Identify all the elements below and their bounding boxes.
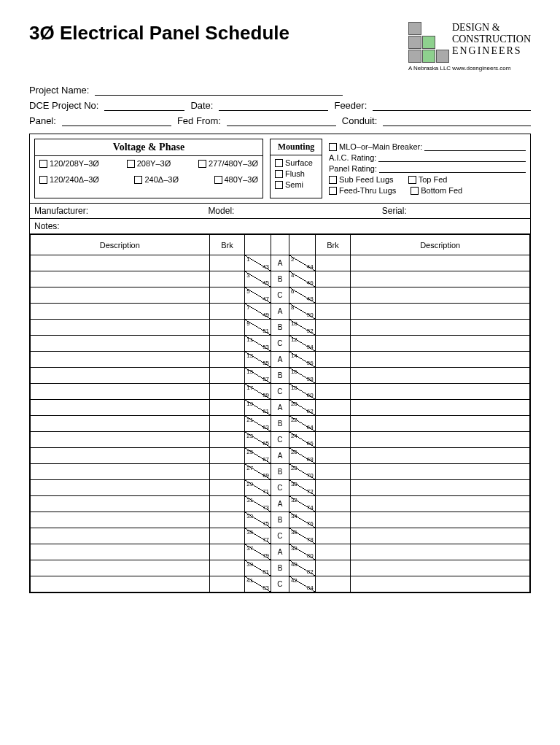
desc-cell-r[interactable] — [351, 271, 530, 287]
mt-opt-2[interactable]: Semi — [275, 180, 317, 189]
desc-cell-r[interactable] — [351, 448, 530, 464]
mlo-input[interactable] — [424, 142, 526, 151]
brk-cell-r[interactable] — [315, 416, 351, 432]
mt-opt-1[interactable]: Flush — [275, 169, 317, 178]
brk-cell-l[interactable] — [209, 416, 245, 432]
desc-cell-l[interactable] — [31, 576, 210, 592]
desc-cell-l[interactable] — [31, 560, 210, 576]
brk-cell-l[interactable] — [209, 320, 245, 336]
desc-cell-r[interactable] — [351, 528, 530, 544]
desc-cell-r[interactable] — [351, 560, 530, 576]
brk-cell-r[interactable] — [315, 480, 351, 496]
ro-cb-2[interactable]: Feed-Thru Lugs — [329, 186, 396, 195]
brk-cell-r[interactable] — [315, 384, 351, 400]
brk-cell-r[interactable] — [315, 496, 351, 512]
desc-cell-r[interactable] — [351, 480, 530, 496]
brk-cell-r[interactable] — [315, 255, 351, 271]
desc-cell-l[interactable] — [31, 480, 210, 496]
desc-cell-r[interactable] — [351, 287, 530, 304]
brk-cell-r[interactable] — [315, 576, 351, 592]
brk-cell-r[interactable] — [315, 512, 351, 528]
desc-cell-r[interactable] — [351, 416, 530, 432]
desc-cell-l[interactable] — [31, 287, 210, 304]
brk-cell-r[interactable] — [315, 304, 351, 320]
desc-cell-l[interactable] — [31, 368, 210, 384]
conduit-input[interactable] — [383, 115, 531, 126]
brk-cell-l[interactable] — [209, 255, 245, 271]
desc-cell-l[interactable] — [31, 512, 210, 528]
desc-cell-l[interactable] — [31, 544, 210, 560]
desc-cell-r[interactable] — [351, 320, 530, 336]
feeder-input[interactable] — [373, 100, 531, 111]
brk-cell-l[interactable] — [209, 496, 245, 512]
pr-input[interactable] — [379, 164, 526, 173]
desc-cell-l[interactable] — [31, 255, 210, 271]
ro-cb-0[interactable]: Sub Feed Lugs — [329, 175, 394, 184]
desc-cell-r[interactable] — [351, 464, 530, 480]
vp-opt-3[interactable]: 120/240Δ–3Ø — [39, 175, 99, 184]
desc-cell-r[interactable] — [351, 352, 530, 368]
brk-cell-r[interactable] — [315, 320, 351, 336]
vp-opt-5[interactable]: 480Y–3Ø — [214, 175, 258, 184]
brk-cell-l[interactable] — [209, 287, 245, 304]
desc-cell-r[interactable] — [351, 400, 530, 416]
desc-cell-l[interactable] — [31, 528, 210, 544]
brk-cell-r[interactable] — [315, 336, 351, 352]
brk-cell-r[interactable] — [315, 544, 351, 560]
brk-cell-l[interactable] — [209, 368, 245, 384]
desc-cell-r[interactable] — [351, 576, 530, 592]
desc-cell-l[interactable] — [31, 352, 210, 368]
desc-cell-l[interactable] — [31, 320, 210, 336]
ro-cb-3[interactable]: Bottom Fed — [411, 186, 462, 195]
ro-cb-1[interactable]: Top Fed — [408, 175, 448, 184]
fed-from-input[interactable] — [227, 115, 336, 126]
desc-cell-l[interactable] — [31, 496, 210, 512]
vp-opt-2[interactable]: 277/480Y–3Ø — [198, 159, 258, 168]
vp-opt-0[interactable]: 120/208Y–3Ø — [39, 159, 99, 168]
brk-cell-l[interactable] — [209, 400, 245, 416]
desc-cell-l[interactable] — [31, 400, 210, 416]
desc-cell-r[interactable] — [351, 384, 530, 400]
brk-cell-l[interactable] — [209, 352, 245, 368]
brk-cell-r[interactable] — [315, 287, 351, 304]
brk-cell-r[interactable] — [315, 271, 351, 287]
date-input[interactable] — [219, 100, 328, 111]
desc-cell-l[interactable] — [31, 432, 210, 448]
brk-cell-l[interactable] — [209, 448, 245, 464]
brk-cell-l[interactable] — [209, 464, 245, 480]
vp-opt-1[interactable]: 208Y–3Ø — [127, 159, 171, 168]
dce-no-input[interactable] — [104, 100, 184, 111]
desc-cell-l[interactable] — [31, 304, 210, 320]
vp-opt-4[interactable]: 240Δ–3Ø — [134, 175, 179, 184]
project-name-input[interactable] — [95, 85, 343, 96]
brk-cell-l[interactable] — [209, 271, 245, 287]
brk-cell-l[interactable] — [209, 544, 245, 560]
brk-cell-r[interactable] — [315, 368, 351, 384]
desc-cell-l[interactable] — [31, 384, 210, 400]
brk-cell-r[interactable] — [315, 560, 351, 576]
brk-cell-l[interactable] — [209, 432, 245, 448]
brk-cell-r[interactable] — [315, 432, 351, 448]
desc-cell-r[interactable] — [351, 255, 530, 271]
desc-cell-r[interactable] — [351, 496, 530, 512]
desc-cell-r[interactable] — [351, 304, 530, 320]
brk-cell-l[interactable] — [209, 512, 245, 528]
desc-cell-l[interactable] — [31, 271, 210, 287]
desc-cell-r[interactable] — [351, 368, 530, 384]
brk-cell-l[interactable] — [209, 304, 245, 320]
desc-cell-r[interactable] — [351, 544, 530, 560]
brk-cell-r[interactable] — [315, 528, 351, 544]
mt-opt-0[interactable]: Surface — [275, 158, 317, 167]
aic-input[interactable] — [378, 153, 526, 162]
desc-cell-l[interactable] — [31, 416, 210, 432]
desc-cell-r[interactable] — [351, 336, 530, 352]
brk-cell-l[interactable] — [209, 560, 245, 576]
desc-cell-r[interactable] — [351, 512, 530, 528]
brk-cell-l[interactable] — [209, 384, 245, 400]
brk-cell-r[interactable] — [315, 448, 351, 464]
mlo-cb[interactable]: MLO–or–Main Breaker: — [329, 142, 422, 151]
brk-cell-l[interactable] — [209, 480, 245, 496]
brk-cell-l[interactable] — [209, 576, 245, 592]
panel-input[interactable] — [62, 115, 171, 126]
brk-cell-r[interactable] — [315, 400, 351, 416]
